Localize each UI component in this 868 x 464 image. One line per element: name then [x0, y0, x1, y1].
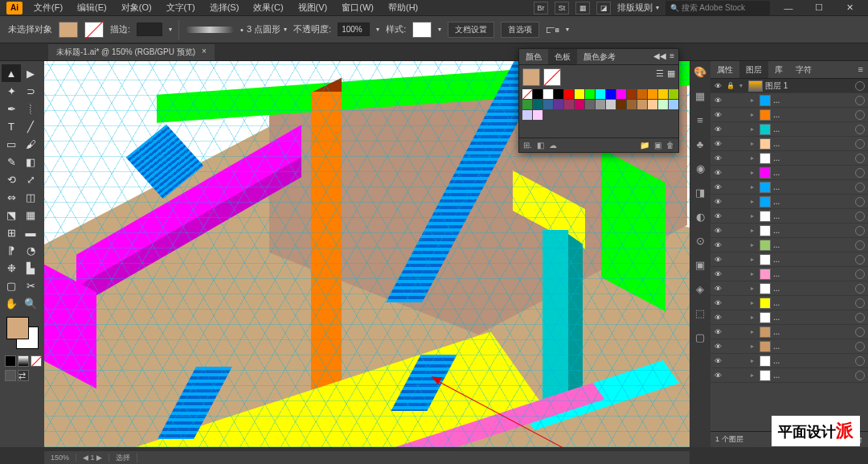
gradient-panel-icon[interactable]: ◨ [693, 185, 707, 199]
current-fill-swatch[interactable] [522, 68, 540, 86]
fill-mode-color[interactable] [5, 355, 16, 367]
align-icon[interactable]: ⫍⊞ [546, 25, 559, 35]
panel-tab-图层[interactable]: 图层 [739, 61, 768, 78]
graph-tool[interactable]: ▙ [21, 259, 40, 277]
swatch-cell[interactable] [616, 89, 626, 99]
visibility-toggle[interactable]: 👁 [710, 169, 725, 177]
swatch-tab-颜色[interactable]: 颜色 [519, 49, 548, 64]
menu-窗口[interactable]: 窗口(W) [338, 0, 377, 15]
menu-文字[interactable]: 文字(T) [163, 0, 199, 15]
stroke-panel-icon[interactable]: ◉ [693, 161, 707, 175]
layer-row[interactable]: 👁▸... [710, 296, 868, 310]
expand-toggle[interactable]: ▸ [747, 198, 757, 205]
expand-toggle[interactable]: ▸ [747, 125, 757, 133]
artboard-tool[interactable]: ▢ [2, 277, 21, 294]
mesh-tool[interactable]: ⊞ [2, 224, 21, 241]
tab-close-icon[interactable]: × [202, 47, 207, 58]
layer-row[interactable]: 👁▸... [710, 281, 868, 296]
visibility-toggle[interactable]: 👁 [710, 372, 725, 380]
layer-row[interactable]: 👁▸... [710, 310, 868, 325]
maximize-button[interactable]: ☐ [807, 2, 831, 14]
brushes-panel-icon[interactable]: ≡ [693, 113, 707, 127]
layer-row[interactable]: 👁▸... [710, 325, 868, 339]
panel-menu-icon[interactable]: ≡ [669, 51, 674, 62]
slice-tool[interactable]: ✂ [21, 277, 40, 294]
swatch-cell[interactable] [533, 100, 542, 109]
free-transform-tool[interactable]: ◫ [21, 188, 40, 206]
target-icon[interactable] [855, 371, 865, 380]
target-icon[interactable] [855, 197, 865, 207]
swatches-panel-icon[interactable]: ▦ [693, 88, 707, 103]
target-icon[interactable] [855, 96, 865, 105]
layer-row[interactable]: 👁▸... [710, 224, 868, 238]
artboard-nav[interactable]: ◀ 1 ▶ [76, 454, 109, 462]
minimize-button[interactable]: — [776, 2, 800, 14]
eyedropper-tool[interactable]: ⁋ [2, 241, 21, 259]
swatch-cell[interactable] [627, 89, 637, 99]
swatch-cell[interactable] [585, 100, 595, 109]
expand-toggle[interactable]: ▸ [747, 183, 757, 191]
visibility-toggle[interactable]: 👁 [710, 125, 725, 133]
expand-toggle[interactable]: ▸ [747, 154, 757, 162]
layer-row[interactable]: 👁▸... [710, 253, 868, 267]
visibility-toggle[interactable]: 👁 [710, 270, 725, 278]
visibility-toggle[interactable]: 👁 [710, 227, 725, 235]
menu-文件[interactable]: 文件(F) [31, 0, 66, 15]
visibility-toggle[interactable]: 👁 [710, 241, 725, 249]
target-icon[interactable] [855, 313, 865, 322]
layer-row[interactable]: 👁▸... [710, 195, 868, 209]
swatch-cell[interactable] [596, 100, 605, 109]
swatch-cell[interactable] [637, 100, 647, 109]
target-icon[interactable] [855, 342, 865, 351]
expand-toggle[interactable]: ▸ [747, 169, 757, 176]
lock-toggle[interactable]: 🔒 [725, 82, 736, 89]
curvature-tool[interactable]: ⦚ [21, 100, 40, 117]
visibility-toggle[interactable]: 👁 [710, 198, 725, 206]
swatch-cell[interactable] [658, 100, 668, 109]
blend-tool[interactable]: ◔ [21, 241, 40, 259]
close-button[interactable]: ✕ [837, 2, 862, 14]
menu-效果[interactable]: 效果(C) [250, 0, 286, 15]
lasso-tool[interactable]: ⊃ [21, 82, 40, 100]
swatch-none[interactable] [522, 89, 532, 99]
menu-帮助[interactable]: 帮助(H) [385, 0, 421, 15]
zoom-tool[interactable]: 🔍 [21, 294, 40, 312]
visibility-toggle[interactable]: 👁 [710, 328, 725, 336]
document-tab[interactable]: 未标题-1.ai* @ 150% (RGB/GPU 预览) × [48, 44, 215, 60]
swatch-cell[interactable] [543, 89, 553, 99]
swatch-cell[interactable] [606, 100, 616, 109]
visibility-toggle[interactable]: 👁 [710, 256, 725, 264]
menu-视图[interactable]: 视图(V) [295, 0, 331, 15]
expand-toggle[interactable]: ▸ [747, 343, 757, 350]
visibility-toggle[interactable]: 👁 [710, 299, 725, 307]
expand-toggle[interactable]: ▸ [747, 227, 757, 234]
swatch-cell[interactable] [543, 100, 553, 109]
target-icon[interactable] [855, 284, 865, 294]
layer-row[interactable]: 👁▸... [710, 368, 868, 383]
stroke-profile[interactable]: 3 点圆形 [247, 23, 280, 35]
delete-swatch-icon[interactable]: 🗑 [666, 141, 674, 150]
visibility-toggle[interactable]: 👁 [710, 82, 725, 90]
target-icon[interactable] [855, 81, 865, 91]
type-tool[interactable]: T [2, 117, 21, 135]
swatch-cell[interactable] [585, 89, 595, 99]
fill-mode-gradient[interactable] [18, 355, 29, 367]
magic-wand-tool[interactable]: ✦ [2, 82, 21, 100]
visibility-toggle[interactable]: 👁 [710, 154, 725, 162]
target-icon[interactable] [855, 110, 865, 120]
swatch-registration[interactable] [533, 89, 542, 99]
swatch-cell[interactable] [554, 100, 563, 109]
stock-icon[interactable]: St [555, 2, 569, 14]
swatch-tab-颜色参考[interactable]: 颜色参考 [577, 49, 622, 64]
artboards-panel-icon[interactable]: ▢ [693, 330, 707, 344]
swatch-cell[interactable] [627, 100, 637, 109]
target-icon[interactable] [855, 356, 865, 366]
visibility-toggle[interactable]: 👁 [710, 314, 725, 322]
swatch-cell[interactable] [637, 89, 647, 99]
target-icon[interactable] [855, 327, 865, 337]
rectangle-tool[interactable]: ▭ [2, 135, 21, 153]
visibility-toggle[interactable]: 👁 [710, 212, 725, 220]
target-icon[interactable] [855, 211, 865, 221]
shaper-tool[interactable]: ✎ [2, 153, 21, 170]
visibility-toggle[interactable]: 👁 [710, 343, 725, 351]
